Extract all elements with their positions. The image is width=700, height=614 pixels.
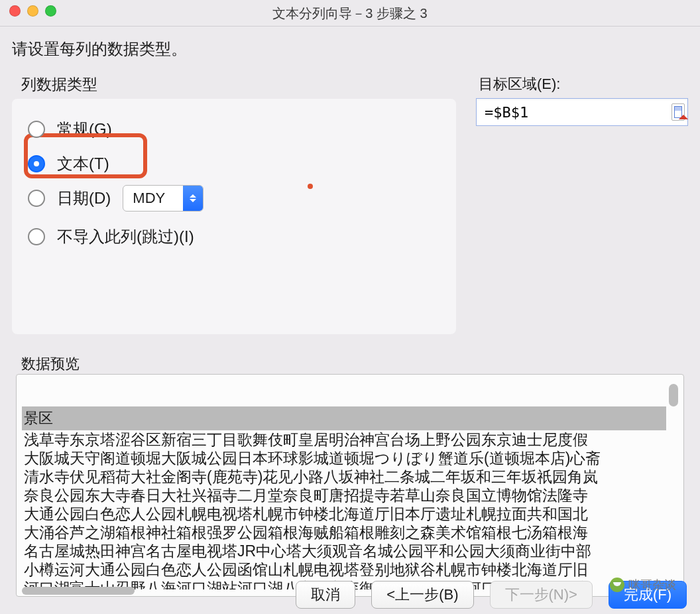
radio-icon[interactable] bbox=[28, 155, 45, 172]
preview-box: 景区 浅草寺东京塔涩谷区新宿三丁目歌舞伎町皇居明治神宫台场上野公园东京迪士尼度假… bbox=[16, 374, 684, 597]
radio-label-general: 常规(G) bbox=[57, 119, 112, 140]
radio-icon[interactable] bbox=[28, 190, 45, 207]
column-type-panel: 常规(G) 文本(T) 日期(D) MDY bbox=[12, 99, 456, 334]
date-format-select[interactable]: MDY bbox=[123, 185, 204, 212]
preview-row: 大阪城天守阁道顿堀大阪城公园日本环球影城道顿堀つりぼり蟹道乐(道顿堀本店)心斋 bbox=[22, 449, 666, 467]
column-type-label: 列数据类型 bbox=[21, 74, 456, 95]
close-icon[interactable] bbox=[9, 5, 21, 17]
radio-label-date: 日期(D) bbox=[57, 188, 111, 209]
radio-text[interactable]: 文本(T) bbox=[28, 147, 440, 181]
title-bar: 文本分列向导－3 步骤之 3 bbox=[0, 0, 700, 27]
back-button[interactable]: <上一步(B) bbox=[371, 581, 473, 609]
target-range-input[interactable] bbox=[483, 103, 671, 121]
annotation-dot bbox=[308, 184, 313, 189]
window-title: 文本分列向导－3 步骤之 3 bbox=[272, 6, 427, 21]
preview-row: 大涌谷芦之湖箱根神社箱根强罗公园箱根海贼船箱根雕刻之森美术馆箱根七汤箱根海 bbox=[22, 523, 666, 542]
cancel-button[interactable]: 取消 bbox=[296, 581, 355, 609]
radio-label-skip: 不导入此列(跳过)(I) bbox=[57, 226, 194, 247]
finish-button[interactable]: 完成(F) bbox=[609, 581, 687, 609]
preview-row: 奈良公园东大寺春日大社兴福寺二月堂奈良町唐招提寺若草山奈良国立博物馆法隆寺 bbox=[22, 486, 666, 505]
preview-row: 名古屋城热田神宫名古屋电视塔JR中心塔大须观音名城公园平和公园大须商业街中部 bbox=[22, 542, 666, 560]
minimize-icon[interactable] bbox=[27, 5, 38, 17]
range-picker-icon[interactable] bbox=[671, 103, 685, 121]
radio-date[interactable]: 日期(D) MDY bbox=[28, 181, 440, 215]
radio-label-text: 文本(T) bbox=[57, 153, 109, 174]
preview-column-header: 景区 bbox=[22, 406, 666, 430]
radio-general[interactable]: 常规(G) bbox=[28, 112, 440, 147]
target-range-label: 目标区域(E): bbox=[479, 74, 688, 94]
preview-row: 浅草寺东京塔涩谷区新宿三丁目歌舞伎町皇居明治神宫台场上野公园东京迪士尼度假 bbox=[22, 430, 666, 449]
radio-icon[interactable] bbox=[28, 228, 45, 245]
stepper-icon[interactable] bbox=[183, 186, 203, 211]
radio-icon[interactable] bbox=[28, 121, 45, 138]
preview-row: 清水寺伏见稻荷大社金阁寺(鹿苑寺)花见小路八坂神社二条城二年坂和三年坂祇园角岚 bbox=[22, 467, 666, 486]
target-range-field[interactable] bbox=[476, 98, 688, 126]
radio-skip[interactable]: 不导入此列(跳过)(I) bbox=[28, 219, 440, 254]
zoom-icon[interactable] bbox=[45, 5, 56, 17]
vertical-scrollbar[interactable] bbox=[669, 384, 678, 406]
instruction-text: 请设置每列的数据类型。 bbox=[12, 38, 688, 60]
next-button: 下一步(N)> bbox=[490, 581, 593, 609]
date-format-value: MDY bbox=[123, 186, 183, 211]
window-controls bbox=[9, 5, 56, 17]
footer-buttons: 取消 <上一步(B) 下一步(N)> 完成(F) bbox=[0, 576, 700, 614]
preview-row: 大通公园白色恋人公园札幌电视塔札幌市钟楼北海道厅旧本厅遗址札幌拉面共和国北 bbox=[22, 505, 666, 523]
preview-label: 数据预览 bbox=[21, 354, 688, 374]
preview-scroll-area[interactable]: 景区 浅草寺东京塔涩谷区新宿三丁目歌舞伎町皇居明治神宫台场上野公园东京迪士尼度假… bbox=[22, 406, 666, 589]
